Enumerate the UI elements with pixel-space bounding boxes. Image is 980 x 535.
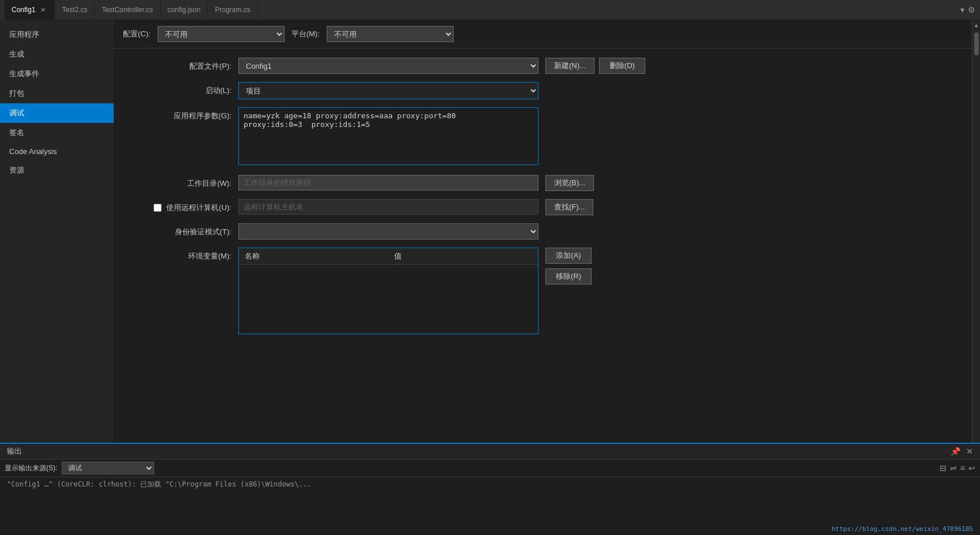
- config-file-label: 配置文件(P):: [128, 58, 231, 72]
- auth-label: 身份验证模式(T):: [128, 223, 231, 237]
- platform-label: 平台(M):: [291, 29, 320, 39]
- auth-control: [238, 223, 538, 240]
- env-control: 名称 值: [238, 248, 538, 334]
- tab-settings-icon[interactable]: ⚙: [968, 5, 975, 14]
- output-title: 输出: [7, 446, 22, 457]
- output-close-icon[interactable]: ✕: [966, 447, 973, 456]
- output-content: "Config1 …" (CoreCLR: clrhost): 已加载 "C:\…: [0, 477, 980, 535]
- tab-config-json-label: config.json: [167, 6, 200, 14]
- remote-text: 使用远程计算机(U):: [166, 203, 231, 213]
- output-settings-icon[interactable]: ↩: [968, 463, 975, 473]
- output-text: "Config1 …" (CoreCLR: clrhost): 已加载 "C:\…: [7, 480, 311, 488]
- sidebar-item-package[interactable]: 打包: [0, 84, 114, 103]
- tab-config1-label: Config1: [12, 6, 35, 14]
- output-link[interactable]: https://blog.csdn.net/weixin_47896185: [832, 525, 973, 533]
- sidebar: 应用程序 生成 生成事件 打包 调试 签名 Code Analysis 资源: [0, 20, 114, 443]
- remote-actions: 查找(F)...: [545, 199, 593, 215]
- sidebar-item-sign[interactable]: 签名: [0, 123, 114, 143]
- remote-row: 使用远程计算机(U): 查找(F)...: [128, 199, 958, 215]
- tab-testcontroller-label: TestController.cs: [102, 6, 153, 14]
- env-col-value: 值: [388, 248, 538, 264]
- remote-control: [238, 199, 538, 215]
- sidebar-item-debug[interactable]: 调试: [0, 103, 114, 123]
- env-col-name: 名称: [239, 248, 388, 264]
- tab-config1[interactable]: Config1 ✕: [5, 0, 55, 20]
- config-file-row: 配置文件(P): Config1 新建(N)... 删除(D): [128, 58, 958, 74]
- tab-program[interactable]: Program.cs: [208, 0, 257, 20]
- tab-test2[interactable]: Test2.cs: [55, 0, 95, 20]
- config-bar: 配置(C): 不可用 平台(M): 不可用: [114, 20, 972, 48]
- content-wrapper: 配置(C): 不可用 平台(M): 不可用 配置文件(P): Config1: [114, 20, 980, 443]
- config-file-actions: 新建(N)... 删除(D): [545, 58, 645, 74]
- output-clear-icon[interactable]: ⊟: [940, 463, 947, 473]
- tab-actions[interactable]: ▾ ⚙: [960, 5, 975, 14]
- args-label: 应用程序参数(G):: [128, 107, 231, 121]
- env-actions: 添加(A) 移除(R): [545, 248, 592, 285]
- scroll-up-arrow[interactable]: ▲: [972, 20, 980, 30]
- output-pin-icon[interactable]: 📌: [951, 447, 960, 456]
- delete-button[interactable]: 删除(D): [599, 58, 645, 74]
- workdir-label: 工作目录(W):: [128, 175, 231, 189]
- workdir-row: 工作目录(W): 浏览(B)...: [128, 175, 958, 191]
- tab-bar: Config1 ✕ Test2.cs TestController.cs con…: [0, 0, 980, 20]
- remote-label: 使用远程计算机(U):: [128, 199, 231, 213]
- tab-testcontroller[interactable]: TestController.cs: [95, 0, 160, 20]
- tab-overflow-icon[interactable]: ▾: [960, 5, 964, 14]
- sidebar-item-app[interactable]: 应用程序: [0, 25, 114, 44]
- form-area: 配置文件(P): Config1 新建(N)... 删除(D) 启动(L):: [114, 48, 972, 443]
- launch-row: 启动(L): 项目: [128, 82, 958, 99]
- workdir-input[interactable]: [238, 175, 538, 190]
- args-control: [238, 107, 538, 167]
- env-label: 环境变量(M):: [128, 248, 231, 261]
- env-table-wrapper: 名称 值: [238, 248, 538, 334]
- remote-checkbox[interactable]: [154, 204, 162, 212]
- scrollbar-thumb[interactable]: [974, 32, 979, 55]
- sidebar-item-build[interactable]: 生成: [0, 44, 114, 64]
- env-table-header: 名称 值: [239, 248, 538, 265]
- launch-control: 项目: [238, 82, 538, 99]
- browse-button[interactable]: 浏览(B)...: [545, 175, 594, 191]
- launch-label: 启动(L):: [128, 82, 231, 96]
- output-filter-icon[interactable]: ≡: [960, 463, 965, 473]
- args-textarea[interactable]: [238, 107, 538, 165]
- tab-config-json[interactable]: config.json: [160, 0, 208, 20]
- auth-select[interactable]: [238, 223, 538, 240]
- output-header: 输出 📌 ✕: [0, 444, 980, 459]
- tab-test2-label: Test2.cs: [62, 6, 87, 14]
- args-row: 应用程序参数(G):: [128, 107, 958, 167]
- right-scrollbar[interactable]: ▲: [972, 20, 980, 443]
- workdir-actions: 浏览(B)...: [545, 175, 594, 191]
- new-button[interactable]: 新建(N)...: [545, 58, 594, 74]
- remote-input[interactable]: [238, 199, 538, 215]
- output-panel: 输出 📌 ✕ 显示输出来源(S): 调试 ⊟ ⇌ ≡ ↩ "Config1 …"…: [0, 443, 980, 535]
- main-layout: 应用程序 生成 生成事件 打包 调试 签名 Code Analysis 资源 配…: [0, 20, 980, 443]
- workdir-control: [238, 175, 538, 190]
- output-source-select[interactable]: 调试: [62, 462, 154, 474]
- add-button[interactable]: 添加(A): [545, 248, 592, 264]
- config-file-control: Config1: [238, 58, 538, 74]
- output-source-label: 显示输出来源(S):: [5, 463, 57, 473]
- content-area: 配置(C): 不可用 平台(M): 不可用 配置文件(P): Config1: [114, 20, 972, 443]
- config-label: 配置(C):: [123, 29, 151, 39]
- find-button[interactable]: 查找(F)...: [545, 199, 593, 215]
- platform-select[interactable]: 不可用: [327, 26, 454, 42]
- output-toolbar-icons: ⊟ ⇌ ≡ ↩: [940, 463, 975, 473]
- tab-program-label: Program.cs: [215, 6, 250, 14]
- output-icons: 📌 ✕: [951, 447, 973, 456]
- sidebar-item-build-events[interactable]: 生成事件: [0, 64, 114, 84]
- config-file-select[interactable]: Config1: [238, 58, 538, 74]
- env-row: 环境变量(M): 名称 值 添加(A) 移除(R): [128, 248, 958, 334]
- auth-row: 身份验证模式(T):: [128, 223, 958, 240]
- output-wrap-icon[interactable]: ⇌: [950, 463, 957, 473]
- launch-select[interactable]: 项目: [238, 82, 538, 99]
- config-select[interactable]: 不可用: [158, 26, 285, 42]
- tab-config1-close[interactable]: ✕: [39, 6, 47, 14]
- sidebar-item-code-analysis[interactable]: Code Analysis: [0, 143, 114, 160]
- remove-button[interactable]: 移除(R): [545, 268, 592, 285]
- sidebar-item-resources[interactable]: 资源: [0, 160, 114, 180]
- output-source-bar: 显示输出来源(S): 调试 ⊟ ⇌ ≡ ↩: [0, 459, 980, 477]
